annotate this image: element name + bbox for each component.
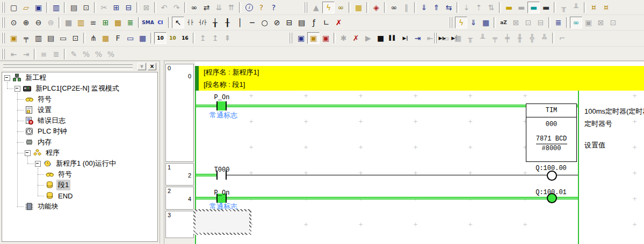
rung-margin-cell[interactable]: 3 [165, 211, 194, 238]
find-replace-button[interactable]: ⇄ [200, 2, 213, 13]
new-contact-button[interactable]: ┤├ [184, 17, 197, 28]
new-or-contact-button[interactable]: ╁ [209, 17, 221, 28]
new-horizontal-line-button[interactable]: ─ [246, 17, 258, 28]
view-mnemonics-button[interactable]: SMA [142, 17, 154, 28]
monitor-hex-button[interactable]: 16 [179, 32, 191, 44]
new-vertical-line-button[interactable]: │ [234, 17, 246, 28]
tree-item-end[interactable]: END [2, 190, 157, 201]
collapse-expander-icon[interactable] [15, 86, 20, 92]
transfer-from-plc-button[interactable]: ⇑ [430, 2, 443, 13]
monitor-option-button[interactable]: ▣ [307, 32, 320, 44]
toolbar-gripper[interactable] [2, 49, 5, 60]
toolbar-gripper[interactable] [2, 2, 5, 13]
dialog-window-button[interactable]: ▭ [124, 32, 136, 44]
toolbar-gripper[interactable] [304, 2, 308, 13]
tree-item-1[interactable]: 段1 [2, 180, 157, 190]
step-in-button[interactable]: ⇥ [411, 32, 424, 44]
symbol-table-button[interactable]: ▦ [99, 32, 112, 44]
monitor-mode-button[interactable]: ▬ [527, 2, 540, 13]
toolbar-gripper[interactable] [2, 33, 5, 43]
print-preview-button[interactable]: ⊡ [80, 2, 92, 13]
new-closed-coil-button[interactable]: ⊘ [271, 17, 283, 28]
set-password-button[interactable]: ¤ [588, 2, 600, 13]
show-workspace-button[interactable]: ≣ [124, 17, 136, 28]
edit-cursor-selection[interactable] [193, 209, 251, 235]
hammer-button[interactable]: ╤ [20, 32, 32, 44]
toolbar-gripper[interactable] [449, 17, 453, 28]
tree-item-1-00[interactable]: 新程序1 (00)运行中 [2, 158, 157, 169]
tree-item-cn-0[interactable]: 新工程 [2, 72, 157, 83]
about-info-button[interactable]: i [243, 2, 255, 13]
new-coil-button[interactable]: ○ [258, 17, 271, 28]
new-instruction-button[interactable]: ⊟ [283, 17, 295, 28]
show-rung-annotations-button[interactable]: ≡ [87, 17, 99, 28]
tree-item-cn-4[interactable]: 错误日志 [2, 115, 157, 126]
save-project-button[interactable]: ▣ [32, 2, 45, 13]
monitor-window-1-button[interactable]: ▥ [32, 32, 45, 44]
edit-comments-button[interactable]: aZ [497, 17, 510, 28]
tree-item-cn-2[interactable]: 符号 [2, 94, 157, 105]
workspace-close-button[interactable]: × [148, 63, 156, 70]
show-grid-button[interactable]: ▦ [62, 17, 75, 28]
compare-with-plc-button[interactable]: ⇆ [443, 2, 455, 13]
pause-monitoring-button[interactable]: ∞ [388, 2, 400, 13]
tree-item-plc[interactable]: PLC 时钟 [2, 126, 157, 137]
print-button[interactable]: ▤ [68, 2, 80, 13]
collapse-expander-icon[interactable] [4, 75, 10, 81]
pause-button[interactable]: ▌▌ [387, 32, 399, 44]
work-online-button[interactable]: ϟ [322, 2, 335, 13]
tree-item-plc1-cp2e-n[interactable]: 新PLC1[CP2E-N] 监视模式 [2, 83, 157, 94]
cross-reference-button[interactable]: ⋔ [87, 32, 99, 44]
monitor-decimal-button[interactable]: 10 [154, 32, 167, 44]
copy-button[interactable]: ⊞ [110, 2, 122, 13]
context-help-button[interactable]: ? [267, 2, 280, 13]
show-comments-button[interactable]: ▥ [75, 17, 87, 28]
monitor-signed-decimal-button[interactable]: 10 [167, 32, 179, 44]
show-symbol-bar-button[interactable]: ▩ [112, 17, 124, 28]
stop-button[interactable]: ■ [374, 32, 387, 44]
program-mode-button[interactable]: ▬ [503, 2, 515, 13]
rung-margin-cell[interactable]: 0 0 [165, 64, 194, 162]
view-cross-references-button[interactable]: CI [154, 17, 167, 28]
show-monitoring-button[interactable]: ⊞ [99, 17, 112, 28]
collapse-expander-icon[interactable] [35, 161, 41, 167]
new-instruction-2-button[interactable]: ▤ [295, 17, 308, 28]
run-mode-button[interactable]: ▬ [540, 2, 552, 13]
toolbar-gripper[interactable] [2, 17, 5, 28]
help-button[interactable]: ? [255, 2, 267, 13]
compile-program-button[interactable]: ▥ [50, 2, 62, 13]
address-reference-button[interactable]: ≣ [552, 17, 565, 28]
transfer-to-plc-button[interactable]: ⇓ [418, 2, 430, 13]
tree-item-cn-3[interactable]: 设置 [2, 105, 157, 115]
zoom-in-button[interactable]: ⊕ [20, 17, 32, 28]
rung-margin-cell[interactable]: 2 4 [165, 187, 194, 210]
tree-item-cn-12[interactable]: 功能块 [2, 201, 157, 212]
paste-button[interactable]: ⊟ [122, 2, 135, 13]
monitor-flash-button[interactable]: ϟ [455, 17, 467, 28]
tree-item-cn-7[interactable]: 程序 [2, 147, 157, 158]
step-run-button[interactable]: ▶| [399, 32, 411, 44]
online-simulator-button[interactable]: ▦ [352, 2, 365, 13]
new-closed-contact-button[interactable]: ┤/├ [197, 17, 209, 28]
collapse-expander-icon[interactable] [25, 150, 31, 156]
delete-line-button[interactable]: ✗ [332, 17, 345, 28]
workspace-titlebar[interactable]: ▼ × [2, 63, 157, 71]
save-monitor-button[interactable]: ▣ [295, 32, 307, 44]
workspace-dropdown-button[interactable]: ▼ [138, 63, 146, 70]
stop-monitor-button[interactable]: ▣ [320, 32, 332, 44]
auto-online-button[interactable]: ∞ [335, 2, 347, 13]
io-table-button[interactable]: ▦ [136, 32, 149, 44]
cascade-window-button[interactable]: ▣ [8, 32, 20, 44]
zoom-normal-button[interactable]: ⊙ [8, 17, 20, 28]
properties-button[interactable]: ⊡ [69, 32, 82, 44]
new-or-closed-contact-button[interactable]: ╂ [221, 17, 234, 28]
simulator-transfer-button[interactable]: ◈ [370, 2, 382, 13]
monitor-window-2-button[interactable]: ▤ [45, 32, 57, 44]
tim-instruction-block[interactable]: TIM 000 7871 BCD #8000 [526, 103, 577, 162]
new-function-block-button[interactable]: ƒ [308, 17, 320, 28]
open-project-button[interactable]: ▱ [20, 2, 32, 13]
tree-item-cn-6[interactable]: 内存 [2, 137, 157, 147]
rung-margin-cell[interactable]: 1 2 [165, 163, 194, 186]
release-password-button[interactable]: ¤ [600, 2, 612, 13]
hand-stop-button[interactable]: ✗ [350, 32, 362, 44]
